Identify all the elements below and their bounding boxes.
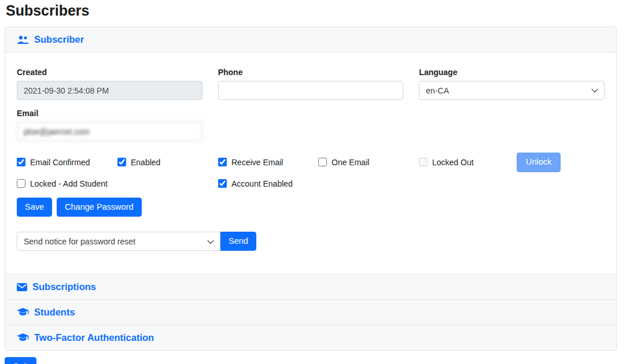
email-label: Email [17, 109, 202, 118]
checkbox-receive-email[interactable]: Receive Email [218, 158, 318, 167]
notice-row: Send notice for password reset Send [17, 232, 605, 251]
envelope-icon [17, 283, 27, 291]
language-label: Language [419, 68, 605, 77]
account-enabled-checkbox[interactable] [218, 179, 227, 188]
email-field-group: Email [17, 109, 202, 141]
checkbox-email-confirmed[interactable]: Email Confirmed [17, 158, 117, 167]
checkbox-row-2: Locked - Add Student Account Enabled [17, 179, 605, 188]
users-icon [17, 35, 29, 44]
receive-email-checkbox[interactable] [218, 158, 227, 166]
subscriptions-section-header[interactable]: Subscriptions [5, 274, 616, 299]
students-section-header[interactable]: Students [5, 299, 616, 325]
checkbox-label: Locked - Add Student [30, 179, 108, 188]
language-field-group: Language en-CA [419, 68, 605, 100]
checkbox-label: One Email [332, 158, 369, 167]
subscriber-section-title: Subscriber [34, 34, 84, 45]
created-input [17, 81, 202, 100]
checkbox-locked-out: Locked Out [419, 158, 517, 167]
students-section-title: Students [34, 307, 75, 318]
checkbox-label: Enabled [131, 158, 160, 167]
checkbox-label: Account Enabled [231, 179, 293, 188]
notice-select-wrap: Send notice for password reset [17, 232, 220, 251]
checkbox-label: Email Confirmed [30, 158, 90, 167]
locked-add-student-checkbox[interactable] [17, 179, 25, 188]
subscriber-accordion: Subscriber Created Phone Language en-CA [5, 27, 617, 351]
locked-out-checkbox [419, 158, 428, 166]
notice-select[interactable]: Send notice for password reset [17, 232, 220, 251]
two-factor-section-header[interactable]: Two-Factor Authentication [5, 325, 616, 350]
language-select-wrap: en-CA [419, 86, 605, 95]
checkbox-enabled[interactable]: Enabled [117, 158, 218, 167]
action-button-row: Save Change Password [17, 198, 605, 217]
graduation-cap-icon [17, 308, 29, 317]
save-button[interactable]: Save [17, 198, 52, 217]
phone-input[interactable] [218, 81, 404, 100]
graduation-cap-icon [17, 333, 29, 342]
phone-field-group: Phone [218, 68, 404, 100]
enabled-checkbox[interactable] [117, 158, 126, 166]
subscriber-section-header[interactable]: Subscriber [5, 27, 616, 52]
page-title: Subscribers [6, 2, 621, 19]
checkbox-row-1: Email Confirmed Enabled Receive Email On… [17, 153, 605, 172]
language-select[interactable]: en-CA [419, 81, 605, 100]
quit-button[interactable]: Quit [5, 357, 36, 364]
page-footer: Quit [5, 357, 621, 364]
send-button[interactable]: Send [220, 232, 256, 251]
change-password-button[interactable]: Change Password [57, 198, 142, 217]
two-factor-section-title: Two-Factor Authentication [34, 332, 154, 343]
subscriptions-section-title: Subscriptions [32, 281, 96, 292]
checkbox-label: Locked Out [432, 158, 474, 167]
unlock-button[interactable]: Unlock [517, 153, 561, 172]
checkbox-locked-add-student[interactable]: Locked - Add Student [17, 179, 117, 188]
checkbox-one-email[interactable]: One Email [318, 158, 419, 167]
subscriber-section-body: Created Phone Language en-CA [5, 52, 616, 274]
checkbox-account-enabled[interactable]: Account Enabled [218, 179, 318, 188]
checkbox-label: Receive Email [231, 158, 283, 167]
email-input[interactable] [17, 122, 202, 141]
created-field-group: Created [17, 68, 202, 100]
one-email-checkbox[interactable] [318, 158, 327, 166]
subscribers-page: Subscribers Subscriber Created [0, 0, 626, 364]
email-confirmed-checkbox[interactable] [17, 158, 25, 166]
phone-label: Phone [218, 68, 404, 77]
created-label: Created [17, 68, 202, 77]
